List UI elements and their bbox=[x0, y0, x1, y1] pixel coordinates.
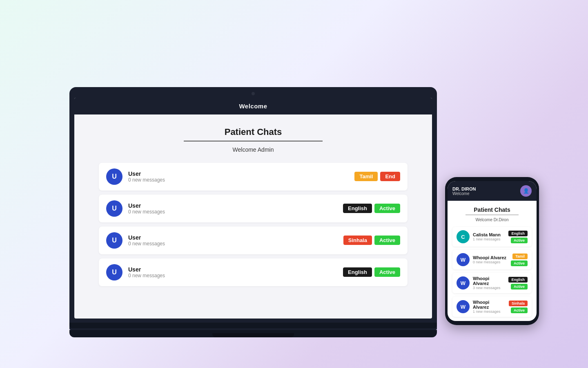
chat-info-4: User 0 new messages bbox=[128, 266, 337, 278]
phone-header: DR. DIRON Welcome 👤 bbox=[448, 181, 537, 201]
phone-avatar-3: W bbox=[457, 276, 470, 289]
phone-page-title: Patient Chats bbox=[452, 206, 532, 213]
phone-chat-item-1[interactable]: C Calista Mann 1 new messages English Ac… bbox=[452, 227, 532, 247]
badges-4: English Active bbox=[343, 267, 400, 277]
phone-chat-info-4: Whoopi Alvarez 1 new messages bbox=[473, 300, 506, 314]
phone: DR. DIRON Welcome 👤 Patient Chats Welcom… bbox=[445, 177, 539, 325]
badge-active-4[interactable]: Active bbox=[374, 267, 400, 277]
phone-chat-info-3: Whoopi Alvarez 3 new messages bbox=[473, 276, 505, 290]
phone-badge-active-1[interactable]: Active bbox=[511, 238, 528, 243]
avatar-4: U bbox=[106, 264, 122, 280]
laptop: Welcome Patient Chats Welcome Admin U Us… bbox=[69, 87, 437, 337]
phone-avatar-2: W bbox=[457, 253, 470, 266]
laptop-camera bbox=[252, 92, 255, 95]
badge-english-4[interactable]: English bbox=[343, 267, 372, 277]
phone-chat-name-1: Calista Mann bbox=[473, 232, 505, 237]
laptop-chat-item-3[interactable]: U User 0 new messages Sinhala Active bbox=[99, 227, 408, 254]
phone-chat-name-4: Whoopi Alvarez bbox=[473, 300, 506, 310]
chat-info-3: User 0 new messages bbox=[128, 234, 338, 247]
laptop-chat-item-2[interactable]: U User 0 new messages English Active bbox=[99, 195, 408, 222]
phone-chat-item-4[interactable]: W Whoopi Alvarez 1 new messages Sinhala … bbox=[452, 296, 532, 317]
phone-chat-sub-4: 1 new messages bbox=[473, 310, 506, 314]
phone-badge-active-2[interactable]: Active bbox=[511, 260, 528, 266]
chat-sub-1: 0 new messages bbox=[128, 177, 349, 183]
laptop-page-title: Patient Chats bbox=[99, 127, 408, 137]
phone-badge-active-4[interactable]: Active bbox=[511, 307, 528, 313]
phone-header-welcome: Welcome bbox=[452, 191, 476, 196]
chat-name-4: User bbox=[128, 266, 337, 273]
chat-name-1: User bbox=[128, 171, 349, 177]
chat-info-2: User 0 new messages bbox=[128, 202, 337, 215]
phone-chat-info-2: Whoopi Alvarez 0 new messages bbox=[473, 255, 508, 264]
phone-chat-sub-3: 3 new messages bbox=[473, 286, 505, 290]
phone-badge-english-1[interactable]: English bbox=[508, 231, 528, 236]
laptop-foot bbox=[69, 330, 437, 337]
chat-sub-2: 0 new messages bbox=[128, 209, 337, 215]
laptop-chat-item-4[interactable]: U User 0 new messages English Active bbox=[99, 258, 408, 286]
laptop-header: Welcome bbox=[74, 98, 432, 114]
laptop-content: Patient Chats Welcome Admin U User 0 new… bbox=[74, 114, 432, 298]
badges-1: Tamil End bbox=[354, 172, 400, 181]
laptop-hinge bbox=[69, 323, 437, 328]
phone-chat-sub-1: 1 new messages bbox=[473, 237, 505, 241]
phone-chat-item-3[interactable]: W Whoopi Alvarez 3 new messages English … bbox=[452, 273, 532, 293]
phone-screen: DR. DIRON Welcome 👤 Patient Chats Welcom… bbox=[448, 181, 537, 321]
badge-active-3[interactable]: Active bbox=[374, 236, 400, 245]
laptop-title-divider bbox=[184, 141, 323, 141]
phone-avatar-4: W bbox=[457, 300, 470, 313]
avatar-1: U bbox=[106, 168, 122, 185]
phone-badge-active-3[interactable]: Active bbox=[511, 284, 528, 289]
phone-welcome: Welcome Dr.Diron bbox=[452, 218, 532, 222]
phone-chat-info-1: Calista Mann 1 new messages bbox=[473, 232, 505, 241]
laptop-chat-item-1[interactable]: U User 0 new messages Tamil End bbox=[99, 163, 408, 191]
laptop-base bbox=[69, 319, 437, 330]
phone-avatar-1: C bbox=[457, 230, 470, 243]
phone-badge-sinhala-4[interactable]: Sinhala bbox=[509, 301, 528, 306]
avatar-2: U bbox=[106, 200, 122, 217]
badge-tamil-1[interactable]: Tamil bbox=[354, 172, 378, 181]
laptop-welcome: Welcome Admin bbox=[99, 146, 408, 153]
phone-chat-sub-2: 0 new messages bbox=[473, 260, 508, 264]
laptop-chat-list: U User 0 new messages Tamil End bbox=[99, 163, 408, 286]
phone-chat-name-2: Whoopi Alvarez bbox=[473, 255, 508, 260]
phone-chat-list: C Calista Mann 1 new messages English Ac… bbox=[452, 227, 532, 317]
phone-divider bbox=[466, 215, 519, 215]
avatar-3: U bbox=[106, 232, 122, 249]
badge-active-2[interactable]: Active bbox=[374, 204, 400, 213]
phone-badges-4: Sinhala Active bbox=[509, 301, 528, 313]
phone-brand: DR. DIRON bbox=[452, 186, 476, 191]
badges-3: Sinhala Active bbox=[343, 236, 400, 245]
laptop-screen: Welcome Patient Chats Welcome Admin U Us… bbox=[74, 98, 432, 319]
phone-badges-1: English Active bbox=[508, 231, 528, 243]
chat-sub-4: 0 new messages bbox=[128, 273, 337, 278]
phone-badge-english-3[interactable]: English bbox=[508, 277, 528, 283]
badge-sinhala-3[interactable]: Sinhala bbox=[343, 236, 372, 245]
badge-end-1[interactable]: End bbox=[380, 172, 400, 181]
phone-content: Patient Chats Welcome Dr.Diron C Calista… bbox=[448, 201, 537, 321]
laptop-screen-outer: Welcome Patient Chats Welcome Admin U Us… bbox=[69, 87, 437, 319]
phone-chat-item-2[interactable]: W Whoopi Alvarez 0 new messages Tamil Ac… bbox=[452, 250, 532, 269]
laptop-header-title: Welcome bbox=[239, 103, 267, 110]
phone-header-left: DR. DIRON Welcome bbox=[452, 186, 476, 196]
chat-name-3: User bbox=[128, 234, 338, 241]
chat-name-2: User bbox=[128, 202, 337, 209]
chat-info-1: User 0 new messages bbox=[128, 171, 349, 183]
phone-chat-name-3: Whoopi Alvarez bbox=[473, 276, 505, 286]
badge-english-2[interactable]: English bbox=[343, 204, 372, 213]
scene: Welcome Patient Chats Welcome Admin U Us… bbox=[49, 31, 539, 337]
phone-doctor-avatar: 👤 bbox=[520, 185, 532, 197]
phone-badges-3: English Active bbox=[508, 277, 528, 289]
phone-badges-2: Tamil Active bbox=[511, 254, 528, 266]
phone-badge-tamil-2[interactable]: Tamil bbox=[512, 254, 528, 259]
badges-2: English Active bbox=[343, 204, 400, 213]
chat-sub-3: 0 new messages bbox=[128, 241, 338, 247]
